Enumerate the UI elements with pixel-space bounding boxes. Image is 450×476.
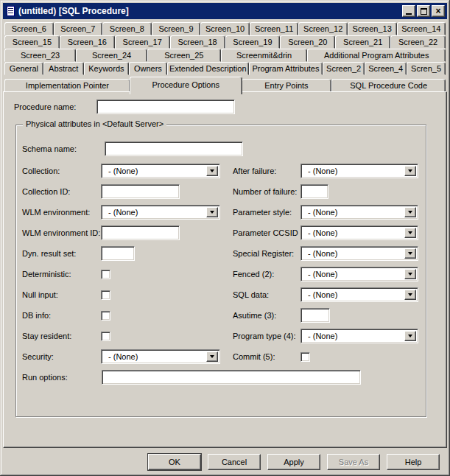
dropdown-arrow-icon[interactable] bbox=[404, 269, 416, 279]
tab-screen-14[interactable]: Screen_14 bbox=[397, 22, 446, 35]
tab-screen-7[interactable]: Screen_7 bbox=[54, 22, 103, 35]
dropdown-arrow-icon[interactable] bbox=[404, 331, 416, 341]
tab-row-4: General Abstract Keywords Owners Extende… bbox=[3, 62, 447, 75]
wlm-environment-id-input[interactable] bbox=[101, 225, 180, 240]
dropdown-arrow-icon[interactable] bbox=[404, 166, 416, 176]
tab-row-3: Screen_23 Screen_24 Screen_25 Screenmit&… bbox=[3, 49, 447, 62]
fenced-label: Fenced (2): bbox=[233, 270, 300, 279]
tab-abstract[interactable]: Abstract bbox=[43, 62, 84, 75]
minimize-icon bbox=[406, 13, 412, 15]
tab-extended-description[interactable]: Extended Description bbox=[167, 62, 249, 75]
after-failure-label: After failure: bbox=[233, 167, 300, 175]
tab-screen-19[interactable]: Screen_19 bbox=[225, 35, 281, 49]
run-options-input[interactable] bbox=[102, 370, 361, 385]
maximize-button[interactable] bbox=[417, 5, 430, 17]
tab-screen-20[interactable]: Screen_20 bbox=[280, 35, 335, 49]
run-options-label: Run options: bbox=[22, 373, 102, 382]
dropdown-arrow-icon[interactable] bbox=[206, 166, 218, 176]
dropdown-arrow-icon[interactable] bbox=[404, 207, 416, 217]
dropdown-arrow-icon[interactable] bbox=[404, 228, 416, 238]
number-of-failure-label: Number of failure: bbox=[233, 187, 300, 196]
null-input-checkbox[interactable] bbox=[101, 290, 110, 300]
procedure-name-input[interactable] bbox=[96, 99, 235, 114]
tab-keywords[interactable]: Keywords bbox=[84, 62, 129, 75]
tab-strip: Screen_6 Screen_7 Screen_8 Screen_9 Scre… bbox=[3, 22, 447, 93]
ok-button[interactable]: OK bbox=[148, 454, 201, 470]
tab-screen-18[interactable]: Screen_18 bbox=[170, 35, 225, 49]
sql-data-dropdown[interactable]: - (None) bbox=[300, 287, 418, 302]
minimize-button[interactable] bbox=[402, 5, 415, 17]
asutime-label: Asutime (3): bbox=[233, 311, 300, 320]
title-bar[interactable]: (untitled) [SQL Procedure] × bbox=[3, 3, 447, 19]
tab-screenmit-drin[interactable]: Screenmit&drin bbox=[221, 49, 308, 62]
close-button[interactable]: × bbox=[432, 5, 445, 17]
tab-screen-13[interactable]: Screen_13 bbox=[348, 22, 397, 35]
dropdown-arrow-icon[interactable] bbox=[404, 248, 416, 259]
security-label: Security: bbox=[22, 352, 101, 361]
tab-screen-4[interactable]: Screen_4 bbox=[365, 62, 407, 75]
fenced-dropdown[interactable]: - (None) bbox=[300, 267, 418, 281]
tab-procedure-options[interactable]: Procedure Options bbox=[130, 77, 242, 94]
tab-row-5: Implementation Pointer Procedure Options… bbox=[3, 75, 447, 93]
special-register-dropdown[interactable]: - (None) bbox=[300, 246, 418, 261]
tab-screen-6[interactable]: Screen_6 bbox=[4, 22, 54, 35]
tab-screen-9[interactable]: Screen_9 bbox=[152, 22, 201, 35]
tab-row-1: Screen_6 Screen_7 Screen_8 Screen_9 Scre… bbox=[3, 22, 447, 35]
parameter-ccsid-dropdown[interactable]: - (None) bbox=[300, 225, 418, 240]
tab-screen-21[interactable]: Screen_21 bbox=[335, 35, 390, 49]
schema-name-input[interactable] bbox=[105, 141, 243, 156]
db-info-checkbox[interactable] bbox=[101, 311, 110, 321]
physical-attributes-groupbox: Physical attributes in <Default Server> … bbox=[15, 125, 426, 417]
tab-screen-11[interactable]: Screen_11 bbox=[250, 22, 299, 35]
dyn-result-set-input[interactable] bbox=[101, 246, 135, 261]
number-of-failure-input[interactable] bbox=[300, 184, 328, 199]
tab-screen-8[interactable]: Screen_8 bbox=[102, 22, 152, 35]
cancel-button[interactable]: Cancel bbox=[208, 454, 261, 470]
after-failure-dropdown[interactable]: - (None) bbox=[300, 164, 418, 178]
tab-scren-5[interactable]: Scren_5 bbox=[407, 62, 446, 75]
parameter-ccsid-label: Parameter CCSID (1 bbox=[233, 228, 300, 237]
sql-data-label: SQL data: bbox=[233, 290, 300, 299]
dropdown-arrow-icon[interactable] bbox=[206, 207, 218, 217]
tab-screen-12[interactable]: Screen_12 bbox=[298, 22, 348, 35]
collection-label: Collection: bbox=[22, 167, 101, 175]
asutime-input[interactable] bbox=[300, 308, 330, 323]
tab-screen-24[interactable]: Screen_24 bbox=[76, 49, 147, 62]
tab-screen-15[interactable]: Screen_15 bbox=[4, 35, 60, 49]
program-type-dropdown[interactable]: - (None) bbox=[300, 329, 418, 343]
tab-owners[interactable]: Owners bbox=[129, 62, 167, 75]
tab-screen-2[interactable]: Screen_2 bbox=[323, 62, 365, 75]
stay-resident-checkbox[interactable] bbox=[101, 332, 110, 341]
tab-screen-10[interactable]: Screen_10 bbox=[200, 22, 250, 35]
dropdown-arrow-icon[interactable] bbox=[404, 290, 416, 300]
program-type-label: Program type (4): bbox=[233, 332, 300, 340]
wlm-environment-dropdown[interactable]: - (None) bbox=[101, 205, 220, 220]
stay-resident-label: Stay resident: bbox=[22, 332, 101, 340]
tab-screen-17[interactable]: Screen_17 bbox=[115, 35, 170, 49]
tab-screen-22[interactable]: Screen_22 bbox=[390, 35, 446, 49]
dropdown-arrow-icon[interactable] bbox=[206, 351, 218, 362]
button-bar: OK Cancel Apply Save As Help bbox=[3, 449, 447, 472]
save-as-button: Save As bbox=[327, 454, 380, 470]
tab-screen-25[interactable]: Screen_25 bbox=[147, 49, 220, 62]
tab-screen-16[interactable]: Screen_16 bbox=[60, 35, 115, 49]
collection-dropdown[interactable]: - (None) bbox=[101, 164, 220, 178]
collection-id-input[interactable] bbox=[101, 184, 180, 199]
parameter-style-dropdown[interactable]: - (None) bbox=[300, 205, 418, 220]
procedure-options-panel: Procedure name: Physical attributes in <… bbox=[3, 91, 447, 448]
tab-additional-program-attributes[interactable]: Additional Program Attributes bbox=[307, 49, 446, 62]
wlm-environment-label: WLM environment: bbox=[22, 208, 101, 217]
tab-general[interactable]: General bbox=[4, 62, 43, 75]
deterministic-checkbox[interactable] bbox=[101, 270, 110, 279]
wlm-environment-id-label: WLM environment ID: bbox=[22, 228, 101, 237]
tab-row-2: Screen_15 Screen_16 Screen_17 Screen_18 … bbox=[3, 35, 447, 49]
help-button[interactable]: Help bbox=[387, 454, 440, 470]
document-icon bbox=[7, 6, 15, 16]
collection-id-label: Collection ID: bbox=[22, 187, 101, 196]
tab-program-attributes[interactable]: Program Attributes bbox=[249, 62, 323, 75]
apply-button[interactable]: Apply bbox=[267, 454, 320, 470]
security-dropdown[interactable]: - (None) bbox=[101, 349, 220, 364]
window-title: (untitled) [SQL Procedure] bbox=[18, 6, 401, 16]
commit-checkbox[interactable] bbox=[300, 352, 310, 362]
tab-screen-23[interactable]: Screen_23 bbox=[4, 49, 76, 62]
